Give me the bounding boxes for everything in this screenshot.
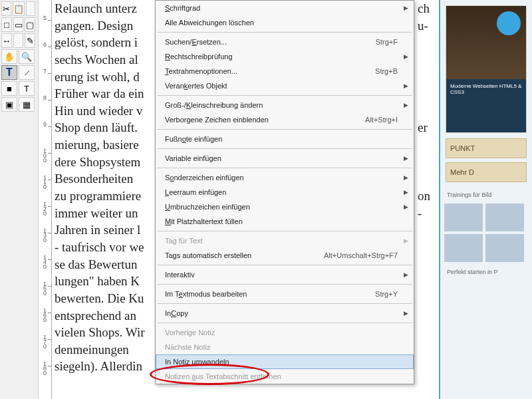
thumbnail[interactable] — [444, 203, 483, 231]
menu-item-label: Variable einfügen — [165, 154, 398, 162]
menu-shortcut: Alt+Strg+I — [365, 116, 398, 124]
menu-item-label: Suchen/Ersetzen... — [165, 38, 376, 46]
submenu-arrow-icon: ▶ — [404, 155, 408, 162]
menu-item-label: Nächste Notiz — [165, 343, 398, 351]
zoom-icon[interactable]: 🔍 — [19, 49, 35, 64]
menu-separator — [157, 129, 412, 130]
menu-item-vorherige-notiz: Vorherige Notiz — [156, 325, 414, 340]
menu-item-notizen-aus-textabschnitt-entfernen: Notizen aus Textabschnitt entfernen — [156, 369, 414, 384]
menu-item-sonderzeichen-einf-gen[interactable]: Sonderzeichen einfügen▶ — [156, 170, 414, 185]
menu-item-label: Verankertes Objekt — [165, 82, 398, 90]
thumbnail[interactable] — [485, 234, 524, 262]
menu-separator — [157, 265, 412, 265]
eyedrop-icon[interactable] — [13, 33, 24, 48]
menu-item-verankertes-objekt[interactable]: Verankertes Objekt▶ — [156, 78, 414, 93]
scissors-icon[interactable]: ✂ — [1, 1, 11, 16]
menu-item-leerraum-einf-gen[interactable]: Leerraum einfügen▶ — [156, 185, 414, 200]
submenu-arrow-icon: ▶ — [404, 5, 408, 11]
side-caption-2: Perfekt starten in P — [440, 266, 532, 278]
menu-item-label: Im Textmodus bearbeiten — [165, 290, 375, 298]
context-menu: Schriftgrad▶Alle Abweichungen löschenSuc… — [155, 0, 414, 384]
menu-separator — [157, 323, 412, 323]
rect2-icon[interactable]: ▭ — [13, 17, 24, 32]
marker-icon[interactable] — [26, 1, 36, 16]
mode-icon[interactable]: ▦ — [19, 97, 35, 112]
swatch-icon[interactable]: ▢ — [25, 17, 35, 32]
side-button-1[interactable]: PUNKT — [446, 138, 527, 158]
menu-shortcut: Strg+Y — [375, 290, 398, 298]
thumbnail[interactable] — [444, 234, 483, 262]
menu-item-fu-note-einf-gen[interactable]: Fußnote einfügen — [156, 132, 414, 146]
submenu-arrow-icon: ▶ — [404, 310, 408, 317]
menu-item-n-chste-notiz: Nächste Notiz — [156, 340, 414, 354]
direct-icon[interactable]: ▣ — [1, 97, 17, 112]
menu-item-tag-f-r-text: Tag für Text▶ — [156, 233, 414, 248]
tools-panel: ✂📋□▭▢↔✎✋🔍T⟋■T▣▦ — [0, 0, 39, 399]
submenu-arrow-icon: ▶ — [404, 189, 408, 196]
swap-icon[interactable]: ⟋ — [19, 65, 35, 80]
menu-item-label: Alle Abweichungen löschen — [165, 19, 398, 27]
menu-item-schriftgrad[interactable]: Schriftgrad▶ — [156, 1, 414, 15]
menu-separator — [157, 231, 412, 231]
menu-item-label: Interaktiv — [165, 271, 398, 279]
menu-item-gro-kleinschreibung-ndern[interactable]: Groß-/Kleinschreibung ändern▶ — [156, 98, 414, 112]
menu-separator — [157, 95, 412, 96]
menu-item-label: Schriftgrad — [165, 4, 398, 12]
menu-item-label: Rechtschreibprüfung — [165, 53, 398, 61]
menu-item-interaktiv[interactable]: Interaktiv▶ — [156, 267, 414, 282]
side-dark-caption: Moderne Webseiten HTML5 & CSS3 — [446, 79, 526, 132]
menu-item-variable-einf-gen[interactable]: Variable einfügen▶ — [156, 151, 414, 166]
menu-item-label: Umbruchzeichen einfügen — [165, 203, 398, 211]
menu-item-label: Tag für Text — [165, 237, 398, 245]
submenu-arrow-icon: ▶ — [404, 174, 408, 181]
menu-item-rechtschreibpr-fung[interactable]: Rechtschreibprüfung▶ — [156, 49, 414, 64]
text-icon[interactable]: T — [19, 81, 35, 96]
side-button-1-label: PUNKT — [450, 144, 475, 152]
menu-item-textrahmenoptionen[interactable]: Textrahmenoptionen...Strg+B — [156, 64, 414, 78]
menu-separator — [157, 303, 412, 304]
menu-separator — [157, 148, 412, 149]
menu-item-label: Textrahmenoptionen... — [165, 67, 375, 75]
menu-separator — [157, 168, 412, 168]
note-icon[interactable]: ✎ — [25, 33, 35, 48]
body-text-right: chu- er on- — [418, 0, 431, 399]
menu-shortcut: Alt+Umschalt+Strg+F7 — [324, 251, 398, 259]
side-hero[interactable]: Moderne Webseiten HTML5 & CSS3 — [446, 5, 527, 133]
menu-item-in-notiz-umwandeln[interactable]: In Notiz umwandeln — [156, 354, 414, 369]
menu-item-im-textmodus-bearbeiten[interactable]: Im Textmodus bearbeitenStrg+Y — [156, 287, 414, 301]
menu-separator — [157, 284, 412, 285]
hand-icon[interactable]: ✋ — [1, 49, 17, 64]
rect-icon[interactable]: □ — [1, 17, 12, 32]
menu-item-alle-abweichungen-l-schen[interactable]: Alle Abweichungen löschen — [156, 15, 414, 30]
badge-icon — [497, 11, 521, 35]
menu-item-tags-automatisch-erstellen[interactable]: Tags automatisch erstellenAlt+Umschalt+S… — [156, 248, 414, 263]
menu-item-label: Vorherige Notiz — [165, 329, 398, 336]
thumbnail[interactable] — [485, 203, 524, 231]
type-icon[interactable]: T — [1, 65, 17, 80]
menu-item-mit-platzhaltertext-f-llen[interactable]: Mit Platzhaltertext füllen — [156, 214, 414, 229]
side-caption-1: Trainings für Bild — [440, 186, 532, 200]
arrow-icon[interactable]: ↔ — [1, 33, 12, 48]
menu-item-label: Groß-/Kleinschreibung ändern — [165, 101, 398, 109]
paste-icon[interactable]: 📋 — [13, 1, 25, 16]
side-button-2[interactable]: Mehr D — [446, 162, 527, 182]
menu-item-label: Leerraum einfügen — [165, 188, 398, 196]
menu-item-verborgene-zeichen-einblenden[interactable]: Verborgene Zeichen einblendenAlt+Strg+I — [156, 112, 414, 127]
menu-item-suchen-ersetzen[interactable]: Suchen/Ersetzen...Strg+F — [156, 35, 414, 49]
menu-item-label: Sonderzeichen einfügen — [165, 174, 398, 182]
submenu-arrow-icon: ▶ — [404, 102, 408, 108]
menu-item-umbruchzeichen-einf-gen[interactable]: Umbruchzeichen einfügen▶ — [156, 200, 414, 214]
menu-shortcut: Strg+F — [376, 38, 398, 46]
fill-icon[interactable]: ■ — [1, 81, 17, 96]
menu-item-label: Mit Platzhaltertext füllen — [165, 217, 398, 225]
submenu-arrow-icon: ▶ — [404, 237, 408, 244]
menu-item-label: Notizen aus Textabschnitt entfernen — [165, 372, 398, 380]
submenu-arrow-icon: ▶ — [404, 203, 408, 210]
menu-shortcut: Strg+B — [375, 67, 398, 75]
submenu-arrow-icon: ▶ — [404, 53, 408, 60]
menu-item-label: InCopy — [165, 309, 398, 317]
menu-separator — [157, 32, 412, 33]
side-button-2-label: Mehr D — [450, 168, 474, 176]
submenu-arrow-icon: ▶ — [404, 271, 408, 278]
menu-item-incopy[interactable]: InCopy▶ — [156, 306, 414, 321]
